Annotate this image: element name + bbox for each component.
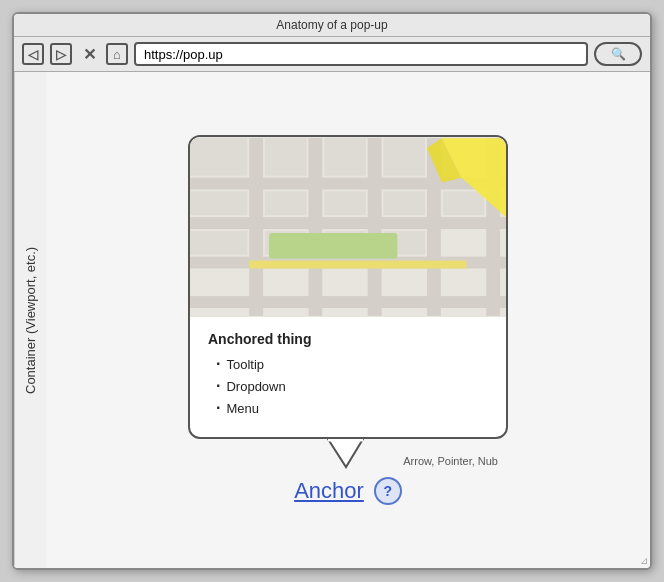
search-icon: 🔍 bbox=[611, 47, 626, 61]
svg-rect-13 bbox=[384, 138, 425, 176]
home-button[interactable]: ⌂ bbox=[106, 43, 128, 65]
list-item: Dropdown bbox=[216, 377, 488, 395]
svg-rect-17 bbox=[384, 191, 425, 215]
popup-content: Anchored thing Tooltip Dropdown Menu bbox=[190, 317, 506, 437]
svg-rect-25 bbox=[269, 233, 397, 259]
page-title: Anatomy of a pop-up bbox=[276, 18, 387, 32]
help-icon-label: ? bbox=[384, 483, 393, 499]
sidebar-label: Container (Viewport, etc.) bbox=[14, 72, 46, 568]
search-button[interactable]: 🔍 bbox=[594, 42, 642, 66]
anchor-row: Anchor ? bbox=[294, 477, 402, 505]
svg-rect-16 bbox=[324, 191, 365, 215]
main-content: Anchored thing Tooltip Dropdown Menu bbox=[46, 72, 650, 568]
svg-rect-9 bbox=[190, 296, 506, 308]
svg-rect-26 bbox=[249, 261, 466, 269]
arrow-label: Arrow, Pointer, Nub bbox=[403, 455, 498, 467]
svg-rect-10 bbox=[190, 138, 247, 176]
popup-list: Tooltip Dropdown Menu bbox=[208, 355, 488, 417]
popup-box: Anchored thing Tooltip Dropdown Menu bbox=[188, 135, 508, 439]
svg-rect-19 bbox=[190, 231, 247, 255]
svg-rect-18 bbox=[443, 191, 484, 215]
anchored-thing-title: Anchored thing bbox=[208, 331, 488, 347]
list-item: Tooltip bbox=[216, 355, 488, 373]
map-area bbox=[190, 137, 506, 317]
popup-tail-area: Arrow, Pointer, Nub bbox=[188, 439, 508, 469]
back-button[interactable]: ◁ bbox=[22, 43, 44, 65]
nav-bar: ◁ ▷ ✕ ⌂ 🔍 bbox=[14, 37, 650, 72]
svg-marker-27 bbox=[328, 439, 363, 467]
anchor-link[interactable]: Anchor bbox=[294, 478, 364, 504]
svg-rect-7 bbox=[190, 217, 506, 229]
list-item: Menu bbox=[216, 399, 488, 417]
svg-rect-14 bbox=[190, 191, 247, 215]
browser-window: Anatomy of a pop-up ◁ ▷ ✕ ⌂ 🔍 Container … bbox=[12, 12, 652, 570]
close-button[interactable]: ✕ bbox=[78, 43, 100, 65]
svg-rect-12 bbox=[324, 138, 365, 176]
help-icon[interactable]: ? bbox=[374, 477, 402, 505]
svg-rect-6 bbox=[190, 178, 506, 190]
title-bar: Anatomy of a pop-up bbox=[14, 14, 650, 37]
browser-content: Container (Viewport, etc.) bbox=[14, 72, 650, 568]
address-bar[interactable] bbox=[134, 42, 588, 66]
svg-rect-15 bbox=[265, 191, 306, 215]
resize-grip: ⊿ bbox=[640, 555, 648, 566]
forward-button[interactable]: ▷ bbox=[50, 43, 72, 65]
svg-rect-11 bbox=[265, 138, 306, 176]
